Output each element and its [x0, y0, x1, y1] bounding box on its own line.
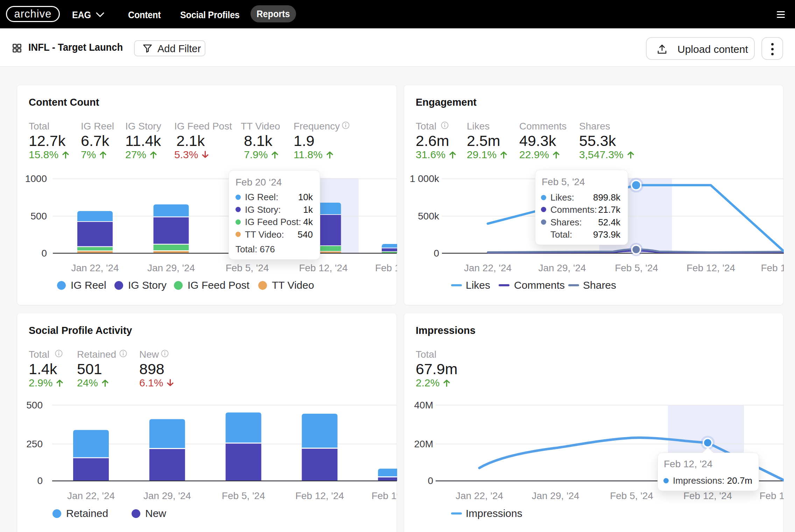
- svg-text:250: 250: [26, 439, 43, 449]
- svg-text:Feb 12, '24: Feb 12, '24: [687, 262, 735, 273]
- svg-text:Jan 22, '24: Jan 22, '24: [71, 262, 119, 273]
- svg-text:40M: 40M: [414, 400, 433, 411]
- svg-text:500: 500: [26, 400, 43, 411]
- svg-text:Feb 12, '24: Feb 12, '24: [299, 262, 347, 273]
- svg-text:0: 0: [434, 248, 439, 259]
- svg-text:Jan 22, '24: Jan 22, '24: [456, 490, 503, 501]
- svg-text:20M: 20M: [414, 439, 433, 449]
- svg-text:500k: 500k: [418, 211, 439, 222]
- svg-text:1000: 1000: [25, 173, 47, 184]
- svg-text:Feb 12, '24: Feb 12, '24: [295, 490, 344, 501]
- svg-text:Feb 19, '24: Feb 19, '24: [759, 490, 784, 501]
- svg-text:Feb 19, '24: Feb 19, '24: [372, 490, 397, 501]
- svg-text:Jan 29, '24: Jan 29, '24: [147, 262, 195, 273]
- svg-text:0: 0: [41, 248, 47, 259]
- svg-text:0: 0: [428, 475, 433, 486]
- svg-text:Jan 22, '24: Jan 22, '24: [67, 490, 115, 501]
- svg-text:Jan 29, '24: Jan 29, '24: [538, 262, 586, 273]
- svg-text:Feb 5, '24: Feb 5, '24: [615, 262, 658, 273]
- svg-text:Jan 29, '24: Jan 29, '24: [143, 490, 191, 501]
- svg-text:Jan 29, '24: Jan 29, '24: [532, 490, 579, 501]
- svg-text:0: 0: [37, 475, 43, 486]
- svg-text:Feb 5, '24: Feb 5, '24: [610, 490, 653, 501]
- svg-text:Feb 19, '24: Feb 19, '24: [375, 262, 397, 273]
- svg-text:Feb 12, '24: Feb 12, '24: [683, 490, 732, 501]
- svg-text:Feb 5, '24: Feb 5, '24: [226, 262, 269, 273]
- svg-text:Jan 22, '24: Jan 22, '24: [464, 262, 512, 273]
- svg-text:1 000k: 1 000k: [410, 173, 439, 184]
- svg-text:Feb 5, '24: Feb 5, '24: [222, 490, 265, 501]
- svg-text:500: 500: [30, 211, 47, 222]
- svg-text:Feb 19, '24: Feb 19, '24: [761, 262, 784, 273]
